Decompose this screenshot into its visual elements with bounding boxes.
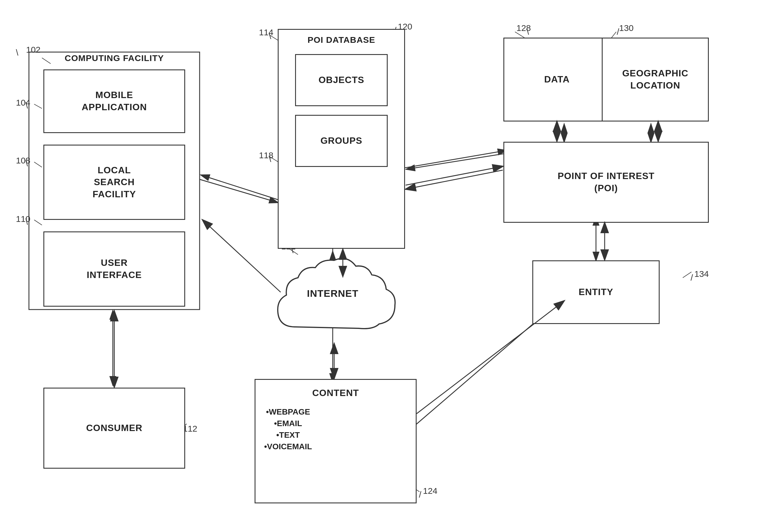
ref-114: 114 [259, 28, 273, 37]
ref-102-slash: \ [16, 48, 18, 58]
ref-108: 108 [16, 156, 30, 166]
ref-104-slash: \ [26, 101, 28, 110]
ref-134-slash: / [690, 273, 693, 283]
ref-118: 118 [259, 150, 273, 160]
objects-label: OBJECTS [319, 74, 364, 86]
mobile-application-box: MOBILEAPPLICATION [43, 69, 185, 133]
svg-line-10 [405, 150, 506, 168]
ref-110-slash: \ [26, 217, 28, 227]
ref-108-slash: \ [26, 158, 28, 168]
content-item-text: •TEXT [264, 430, 312, 440]
local-search-box: LOCALSEARCHFACILITY [43, 145, 185, 220]
ref-124-slash: / [419, 490, 421, 500]
geographic-location-label: GEOGRAPHICLOCATION [622, 67, 688, 92]
ref-124: 124 [423, 486, 437, 496]
content-item-email: •EMAIL [264, 419, 312, 428]
svg-line-5 [200, 179, 278, 203]
ref-128-slash: \ [527, 27, 529, 37]
content-items: •WEBPAGE •EMAIL •TEXT •VOICEMAIL [264, 405, 312, 454]
consumer-box: CONSUMER [43, 388, 185, 469]
entity-label: ENTITY [579, 286, 613, 298]
diagram: 102 \ 104 \ 108 \ 110 \ 112 / 114 \ 118 … [0, 0, 782, 532]
mobile-application-label: MOBILEAPPLICATION [81, 89, 147, 113]
ref-110: 110 [16, 214, 30, 224]
ref-118-slash: \ [269, 154, 271, 164]
content-item-webpage: •WEBPAGE [264, 407, 312, 417]
svg-line-36 [405, 166, 503, 185]
geographic-location-box: GEOGRAPHICLOCATION [602, 38, 709, 121]
data-box: DATA [503, 38, 610, 121]
svg-line-29 [683, 272, 691, 278]
ref-134: 134 [694, 269, 709, 279]
data-label: DATA [544, 73, 570, 85]
entity-box: ENTITY [532, 260, 660, 324]
poi-box: POINT OF INTEREST(POI) [503, 142, 709, 223]
user-interface-box: USERINTERFACE [43, 232, 185, 307]
svg-line-18 [34, 162, 42, 167]
ref-130-slash: / [617, 27, 619, 37]
groups-box: GROUPS [295, 115, 388, 167]
svg-line-17 [34, 104, 42, 108]
content-item-voicemail: •VOICEMAIL [264, 442, 312, 451]
ref-114-slash: \ [269, 31, 271, 41]
internet-cloud: INTERNET [260, 252, 405, 344]
poi-label: POINT OF INTEREST(POI) [558, 170, 654, 194]
local-search-label: LOCALSEARCHFACILITY [93, 164, 136, 201]
objects-box: OBJECTS [295, 54, 388, 106]
svg-line-19 [34, 220, 42, 225]
internet-label: INTERNET [260, 288, 405, 299]
consumer-label: CONSUMER [86, 422, 143, 434]
content-label: CONTENT [312, 387, 359, 399]
poi-database-box: POI DATABASE OBJECTS GROUPS [278, 29, 405, 249]
ref-130: 130 [619, 23, 634, 33]
groups-label: GROUPS [321, 135, 362, 147]
poi-database-label: POI DATABASE [308, 34, 375, 45]
svg-line-37 [405, 170, 503, 189]
content-box: CONTENT •WEBPAGE •EMAIL •TEXT •VOICEMAIL [255, 379, 417, 503]
svg-line-11 [406, 153, 506, 169]
user-interface-label: USERINTERFACE [87, 257, 142, 281]
computing-facility-label: COMPUTING FACILITY [65, 52, 164, 64]
ref-104: 104 [16, 98, 30, 108]
svg-line-6 [201, 175, 278, 200]
